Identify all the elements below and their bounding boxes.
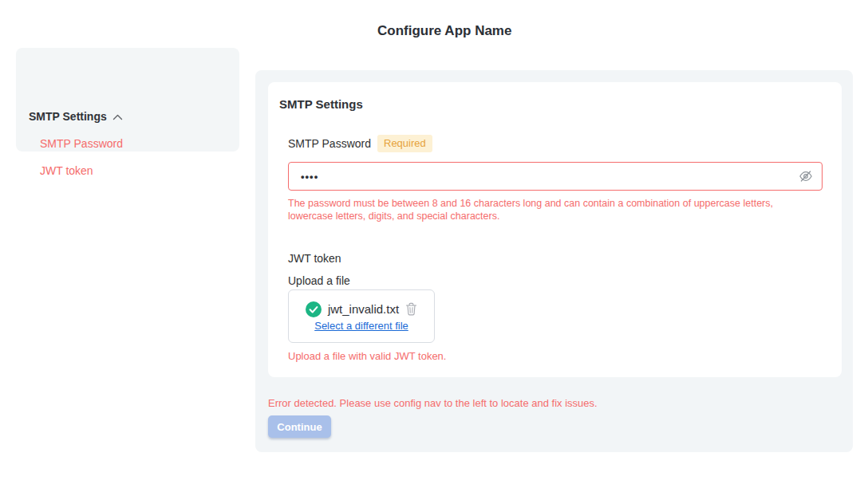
- smtp-password-label: SMTP Password: [288, 137, 371, 150]
- smtp-password-input-wrap: [288, 162, 823, 191]
- card-heading: SMTP Settings: [279, 97, 363, 111]
- file-upload-box: jwt_invalid.txt Sele: [288, 289, 435, 343]
- jwt-token-label: JWT token: [288, 252, 341, 265]
- check-circle-icon: [306, 301, 322, 317]
- continue-button[interactable]: Continue: [268, 415, 331, 438]
- select-different-file-link[interactable]: Select a different file: [314, 320, 408, 332]
- nav-item-jwt-token[interactable]: JWT token: [40, 164, 93, 177]
- password-helper-text: The password must be between 8 and 16 ch…: [288, 197, 811, 222]
- uploaded-file-row: jwt_invalid.txt: [306, 301, 417, 317]
- toggle-password-visibility-button[interactable]: [799, 169, 813, 183]
- panel-error-message: Error detected. Please use config nav to…: [268, 397, 598, 409]
- upload-file-label: Upload a file: [288, 274, 350, 287]
- trash-icon: [405, 302, 417, 316]
- delete-file-button[interactable]: [405, 302, 417, 316]
- chevron-up-icon: [112, 113, 123, 120]
- eye-off-icon: [799, 169, 813, 183]
- uploaded-file-name: jwt_invalid.txt: [328, 302, 399, 316]
- config-nav: SMTP Settings SMTP Password JWT token: [16, 48, 239, 152]
- smtp-password-input[interactable]: [288, 162, 823, 191]
- smtp-password-label-row: SMTP Password Required: [288, 135, 432, 152]
- required-badge: Required: [377, 135, 432, 152]
- configure-page: Configure App Name SMTP Settings SMTP Pa…: [0, 0, 868, 496]
- page-title: Configure App Name: [377, 23, 511, 39]
- nav-section-label: SMTP Settings: [29, 110, 107, 123]
- jwt-upload-error-text: Upload a file with valid JWT token.: [288, 350, 446, 362]
- smtp-settings-card: SMTP Settings SMTP Password Required: [268, 82, 842, 377]
- nav-section-smtp-settings[interactable]: SMTP Settings: [29, 110, 123, 123]
- nav-item-smtp-password[interactable]: SMTP Password: [40, 137, 123, 150]
- config-panel: SMTP Settings SMTP Password Required: [255, 70, 853, 452]
